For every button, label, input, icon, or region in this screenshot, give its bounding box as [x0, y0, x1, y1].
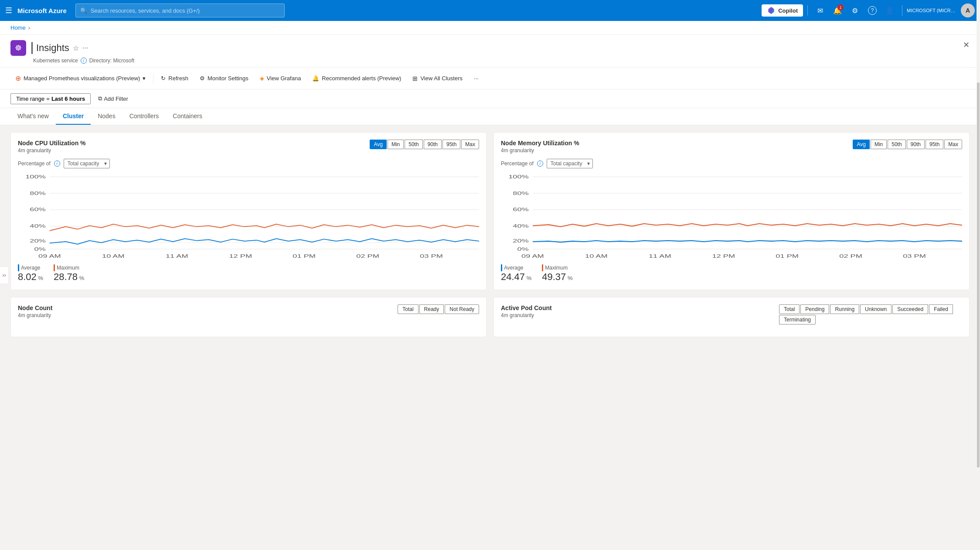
svg-text:40%: 40% — [30, 223, 46, 229]
svg-text:01 PM: 01 PM — [776, 253, 799, 259]
memory-stat-min[interactable]: Min — [871, 140, 887, 149]
feedback-button[interactable]: ✉ — [812, 3, 828, 18]
cpu-max-label: Maximum — [54, 264, 84, 271]
tab-whats-new[interactable]: What's new — [10, 108, 56, 125]
memory-chart-header: Node Memory Utilization % 4m granularity… — [501, 140, 962, 154]
recommended-alerts-button[interactable]: 🔔 Recommended alerts (Preview) — [307, 72, 406, 85]
pod-terminating-button[interactable]: Terminating — [779, 315, 816, 325]
cpu-info-icon: i — [54, 161, 60, 167]
cpu-stat-min[interactable]: Min — [388, 140, 404, 149]
pod-btn-group: Total Pending Running Unknown Succeeded … — [779, 304, 962, 325]
breadcrumb-home[interactable]: Home — [10, 24, 26, 31]
kubernetes-icon: ☸ — [15, 43, 22, 53]
resource-header: ☸ Insights ☆ ··· ✕ Kubernetes service i … — [0, 35, 980, 68]
cpu-chart-metrics: Average 8.02 % Maximum 28.78 % — [18, 264, 479, 283]
cpu-chart-title: Node CPU Utilization % — [18, 140, 86, 147]
memory-avg-metric: Average 24.47 % — [501, 264, 531, 283]
memory-stat-90th[interactable]: 90th — [907, 140, 925, 149]
clusters-icon: ⊞ — [412, 75, 418, 82]
favorite-button[interactable]: ☆ — [73, 44, 79, 52]
user-menu-button[interactable]: 👤 — [882, 3, 898, 18]
monitor-settings-button[interactable]: ⚙ Monitor Settings — [195, 72, 253, 85]
node-btn-group: Total Ready Not Ready — [398, 304, 479, 314]
svg-text:80%: 80% — [30, 190, 46, 196]
tab-controllers[interactable]: Controllers — [122, 108, 166, 125]
node-total-button[interactable]: Total — [398, 304, 418, 314]
svg-text:100%: 100% — [25, 174, 46, 179]
memory-max-color-bar — [542, 264, 543, 271]
cpu-stat-90th[interactable]: 90th — [424, 140, 442, 149]
node-ready-button[interactable]: Ready — [419, 304, 444, 314]
refresh-button[interactable]: ↻ Refresh — [156, 72, 193, 85]
cpu-chart-card: Node CPU Utilization % 4m granularity Av… — [10, 132, 487, 290]
node-count-header: Node Count 4m granularity Total Ready No… — [18, 304, 479, 318]
cpu-avg-unit: % — [38, 275, 43, 281]
pod-count-card: Active Pod Count 4m granularity Total Pe… — [493, 297, 970, 337]
tab-nodes[interactable]: Nodes — [91, 108, 122, 125]
memory-stat-avg[interactable]: Avg — [853, 140, 869, 149]
info-icon: i — [81, 58, 87, 64]
close-button[interactable]: ✕ — [963, 40, 970, 50]
pod-count-header: Active Pod Count 4m granularity Total Pe… — [501, 304, 962, 325]
time-range-value: Last 6 hours — [51, 96, 85, 102]
search-icon: 🔍 — [80, 7, 87, 14]
dropdown-chevron-icon: ▾ — [143, 75, 146, 82]
cpu-capacity-dropdown[interactable]: Total capacity ▾ — [64, 159, 110, 168]
cpu-stat-50th[interactable]: 50th — [405, 140, 422, 149]
memory-stat-50th[interactable]: 50th — [888, 140, 905, 149]
resource-header-top: ☸ Insights ☆ ··· ✕ — [10, 40, 970, 56]
resource-icon: ☸ — [10, 40, 26, 56]
view-all-clusters-button[interactable]: ⊞ View All Clusters — [408, 72, 467, 85]
view-grafana-button[interactable]: ◈ View Grafana — [255, 72, 306, 85]
brand-label: Microsoft Azure — [17, 7, 67, 14]
tab-cluster[interactable]: Cluster — [56, 108, 91, 125]
svg-text:20%: 20% — [513, 238, 529, 244]
breadcrumb-chevron: › — [28, 24, 30, 31]
node-count-title: Node Count — [18, 304, 52, 311]
search-bar[interactable]: 🔍 Search resources, services, and docs (… — [75, 3, 285, 17]
pod-succeeded-button[interactable]: Succeeded — [892, 304, 928, 314]
cpu-filter-row: Percentage of i Total capacity ▾ — [18, 159, 479, 168]
cpu-max-color-bar — [54, 264, 55, 271]
hamburger-menu[interactable]: ☰ — [5, 6, 12, 15]
pod-pending-button[interactable]: Pending — [800, 304, 829, 314]
add-filter-button[interactable]: ⧉ Add Filter — [94, 93, 132, 104]
cpu-stat-95th[interactable]: 95th — [442, 140, 460, 149]
memory-stat-95th[interactable]: 95th — [926, 140, 943, 149]
user-account-label[interactable]: MICROSOFT (MICROSOFT.ONMI...) — [907, 8, 959, 13]
svg-text:100%: 100% — [508, 174, 529, 179]
resource-more-button[interactable]: ··· — [82, 44, 88, 52]
memory-chart-granularity: 4m granularity — [501, 147, 579, 154]
svg-text:0%: 0% — [517, 246, 528, 252]
user-avatar[interactable]: A — [961, 3, 975, 17]
pod-running-button[interactable]: Running — [830, 304, 859, 314]
tab-containers[interactable]: Containers — [166, 108, 209, 125]
svg-text:12 PM: 12 PM — [229, 253, 252, 259]
more-actions-button[interactable]: ··· — [469, 72, 483, 85]
time-range-equals: = — [46, 96, 50, 102]
filter-bar: Time range = Last 6 hours ⧉ Add Filter — [0, 89, 980, 108]
copilot-button[interactable]: Copilot — [762, 4, 803, 17]
notifications-button[interactable]: 🔔 1 — [830, 3, 845, 18]
scrollbar-thumb[interactable] — [977, 82, 980, 468]
memory-capacity-dropdown[interactable]: Total capacity ▾ — [547, 159, 593, 168]
help-button[interactable]: ? — [864, 3, 880, 18]
memory-max-value: 49.37 — [542, 271, 566, 282]
node-not-ready-button[interactable]: Not Ready — [445, 304, 479, 314]
expand-panel-button[interactable]: ›› — [0, 266, 9, 284]
managed-prometheus-button[interactable]: ⊕ Managed Prometheus visualizations (Pre… — [10, 71, 150, 85]
monitor-settings-icon: ⚙ — [200, 75, 205, 82]
pod-total-button[interactable]: Total — [779, 304, 800, 314]
cpu-stat-buttons: Avg Min 50th 90th 95th Max — [370, 140, 479, 149]
settings-button[interactable]: ⚙ — [847, 3, 863, 18]
kubernetes-service-label: Kubernetes service — [33, 58, 78, 64]
cpu-stat-avg[interactable]: Avg — [370, 140, 386, 149]
svg-text:09 AM: 09 AM — [521, 253, 544, 259]
time-range-button[interactable]: Time range = Last 6 hours — [10, 93, 91, 104]
memory-stat-max[interactable]: Max — [944, 140, 962, 149]
pod-failed-button[interactable]: Failed — [929, 304, 953, 314]
pod-unknown-button[interactable]: Unknown — [860, 304, 892, 314]
notification-badge: 1 — [837, 4, 844, 10]
cpu-stat-max[interactable]: Max — [461, 140, 479, 149]
scrollbar[interactable] — [977, 0, 980, 550]
